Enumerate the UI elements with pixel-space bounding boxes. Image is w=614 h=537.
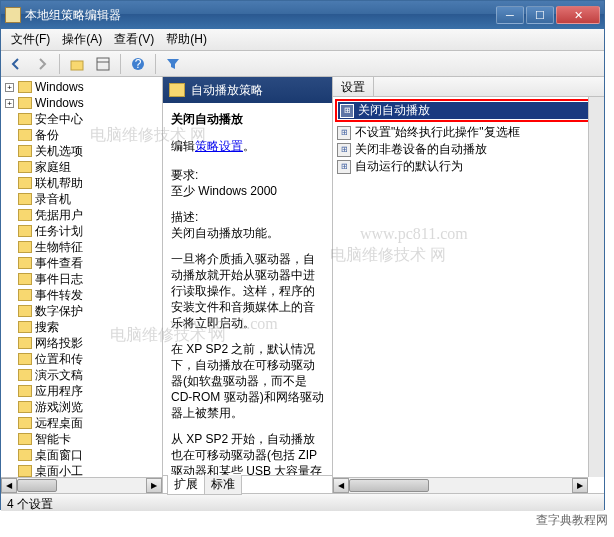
- req-value: 至少 Windows 2000: [171, 184, 277, 198]
- tree-item-label: Windows: [35, 96, 84, 110]
- policy-icon: ⊞: [340, 104, 354, 118]
- tree-item[interactable]: 网络投影: [5, 335, 162, 351]
- scroll-thumb[interactable]: [349, 479, 429, 492]
- tree-item-label: 桌面小工: [35, 463, 83, 478]
- tree-item-label: 录音机: [35, 191, 71, 208]
- list-pane: 设置 ⊞ 关闭自动播放 ⊞ 不设置"始终执行此操作"复选框 ⊞ 关闭非卷设备的自…: [333, 77, 604, 493]
- tree-item[interactable]: 备份: [5, 127, 162, 143]
- detail-header: 自动播放策略: [163, 77, 332, 103]
- desc-para3: 从 XP SP2 开始，自动播放也在可移动驱动器(包括 ZIP 驱动器和某些 U…: [171, 431, 324, 475]
- scroll-left-button[interactable]: ◀: [1, 478, 17, 493]
- statusbar: 4 个设置: [1, 493, 604, 511]
- tree-item[interactable]: 录音机: [5, 191, 162, 207]
- tree-item-label: 搜索: [35, 319, 59, 336]
- maximize-button[interactable]: ☐: [526, 6, 554, 24]
- tree-item-label: 联机帮助: [35, 175, 83, 192]
- scroll-right-button[interactable]: ▶: [572, 478, 588, 493]
- tree-hscroll[interactable]: ◀ ▶: [1, 477, 162, 493]
- menu-action[interactable]: 操作(A): [56, 29, 108, 50]
- menu-file[interactable]: 文件(F): [5, 29, 56, 50]
- tree-item[interactable]: 联机帮助: [5, 175, 162, 191]
- tree-item[interactable]: 演示文稿: [5, 367, 162, 383]
- forward-button[interactable]: [31, 53, 53, 75]
- col-setting[interactable]: 设置: [333, 77, 374, 96]
- tree-item-label: 家庭组: [35, 159, 71, 176]
- tree-item[interactable]: 安全中心: [5, 111, 162, 127]
- tree-item[interactable]: 事件日志: [5, 271, 162, 287]
- list-item-label: 自动运行的默认行为: [355, 158, 463, 175]
- help-button[interactable]: ?: [127, 53, 149, 75]
- back-button[interactable]: [5, 53, 27, 75]
- tree-item[interactable]: 搜索: [5, 319, 162, 335]
- tree-item[interactable]: 数字保护: [5, 303, 162, 319]
- folder-icon: [18, 145, 32, 157]
- options-button[interactable]: [92, 53, 114, 75]
- desc-para2: 在 XP SP2 之前，默认情况下，自动播放在可移动驱动器(如软盘驱动器，而不是…: [171, 341, 324, 421]
- tree-item[interactable]: 生物特征: [5, 239, 162, 255]
- expand-icon[interactable]: +: [5, 99, 14, 108]
- tree-item[interactable]: 关机选项: [5, 143, 162, 159]
- folder-icon: [18, 289, 32, 301]
- tree-item[interactable]: 应用程序: [5, 383, 162, 399]
- tree-item[interactable]: 游戏浏览: [5, 399, 162, 415]
- detail-header-title: 自动播放策略: [191, 82, 263, 99]
- tree-item-label: 事件查看: [35, 255, 83, 272]
- tree-item-label: 备份: [35, 127, 59, 144]
- close-button[interactable]: ✕: [556, 6, 600, 24]
- tree-item-label: 网络投影: [35, 335, 83, 352]
- folder-icon: [18, 193, 32, 205]
- tab-extended[interactable]: 扩展: [167, 475, 205, 495]
- tree-item[interactable]: 桌面窗口: [5, 447, 162, 463]
- filter-button[interactable]: [162, 53, 184, 75]
- tree-item[interactable]: 事件转发: [5, 287, 162, 303]
- tree-item[interactable]: 智能卡: [5, 431, 162, 447]
- scroll-left-button[interactable]: ◀: [333, 478, 349, 493]
- tree-item[interactable]: 桌面小工: [5, 463, 162, 477]
- folder-icon: [18, 209, 32, 221]
- detail-pane: 自动播放策略 关闭自动播放 编辑策略设置。 要求: 至少 Windows 200…: [163, 77, 333, 493]
- list-item[interactable]: ⊞ 自动运行的默认行为: [335, 158, 602, 175]
- expand-icon[interactable]: +: [5, 83, 14, 92]
- list-item-selected[interactable]: ⊞ 关闭自动播放: [338, 102, 599, 119]
- tree-item[interactable]: 远程桌面: [5, 415, 162, 431]
- up-button[interactable]: [66, 53, 88, 75]
- tree-item-label: 生物特征: [35, 239, 83, 256]
- tree-item-label: 数字保护: [35, 303, 83, 320]
- list-item[interactable]: ⊞ 关闭非卷设备的自动播放: [335, 141, 602, 158]
- minimize-button[interactable]: ─: [496, 6, 524, 24]
- tree-item-label: 演示文稿: [35, 367, 83, 384]
- folder-icon: [18, 465, 32, 477]
- tree-item[interactable]: 凭据用户: [5, 207, 162, 223]
- folder-icon: [18, 417, 32, 429]
- folder-icon: [18, 257, 32, 269]
- edit-policy-link[interactable]: 策略设置: [195, 139, 243, 153]
- scroll-thumb[interactable]: [17, 479, 57, 492]
- tree-item-label: 智能卡: [35, 431, 71, 448]
- tab-standard[interactable]: 标准: [204, 475, 242, 495]
- desc-value: 关闭自动播放功能。: [171, 226, 279, 240]
- menu-view[interactable]: 查看(V): [108, 29, 160, 50]
- tree-item[interactable]: 事件查看: [5, 255, 162, 271]
- folder-icon: [18, 305, 32, 317]
- tree-item-label: 桌面窗口: [35, 447, 83, 464]
- policy-icon: ⊞: [337, 143, 351, 157]
- list-hscroll[interactable]: ◀ ▶: [333, 477, 588, 493]
- folder-icon: [18, 241, 32, 253]
- tree-item[interactable]: +Windows: [5, 79, 162, 95]
- tree-item[interactable]: +Windows: [5, 95, 162, 111]
- list-item[interactable]: ⊞ 不设置"始终执行此操作"复选框: [335, 124, 602, 141]
- tree-item[interactable]: 位置和传: [5, 351, 162, 367]
- tree-item-label: 应用程序: [35, 383, 83, 400]
- tree-item-label: 关机选项: [35, 143, 83, 160]
- folder-icon: [18, 337, 32, 349]
- tree-item[interactable]: 家庭组: [5, 159, 162, 175]
- scroll-right-button[interactable]: ▶: [146, 478, 162, 493]
- list-vscroll[interactable]: [588, 97, 604, 477]
- menu-help[interactable]: 帮助(H): [160, 29, 213, 50]
- tree-item-label: 游戏浏览: [35, 399, 83, 416]
- tree-item[interactable]: 任务计划: [5, 223, 162, 239]
- folder-icon: [18, 177, 32, 189]
- footer-credit: 查字典教程网: [536, 512, 608, 528]
- desc-label: 描述:: [171, 209, 324, 225]
- detail-tabs: 扩展 标准: [163, 475, 332, 493]
